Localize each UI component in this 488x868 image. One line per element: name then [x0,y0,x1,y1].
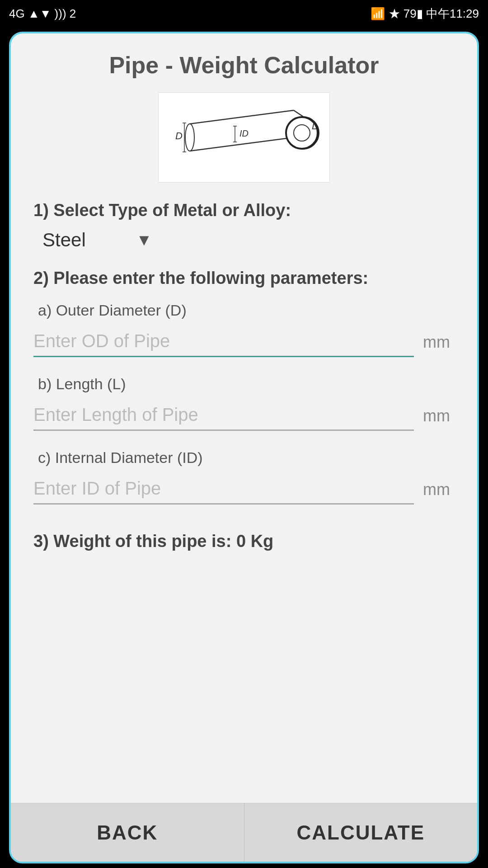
od-unit: mm [423,333,455,357]
section1-label: 1) Select Type of Metal or Alloy: [33,201,455,220]
status-right: 📶 ★ 79▮ 中午11:29 [371,6,479,22]
section2-label: 2) Please enter the following parameters… [33,269,455,288]
svg-line-0 [190,110,294,124]
status-icons: 📶 ★ 79▮ 中午11:29 [371,6,479,22]
status-left: 4G ▲▼ ))) 2 [9,7,76,21]
id-input[interactable] [33,474,414,505]
network-info: 4G ▲▼ ))) 2 [9,7,76,21]
svg-point-8 [294,125,310,141]
app-container: Pipe - Weight Calculator [9,32,479,863]
id-unit: mm [423,480,455,505]
length-param-group: b) Length (L) mm [33,375,455,431]
content-area: Pipe - Weight Calculator [11,33,477,803]
weight-result-label: 3) Weight of this pipe is: 0 Kg [33,532,455,551]
svg-text:ID: ID [239,128,249,138]
back-button[interactable]: BACK [11,803,244,862]
length-input[interactable] [33,400,414,431]
button-row: BACK CALCULATE [11,803,477,862]
dropdown-arrow-icon: ▼ [136,231,152,250]
od-param-group: a) Outer Diameter (D) mm [33,302,455,357]
svg-text:D: D [175,130,183,142]
metal-type-select[interactable]: Steel Aluminum Copper Brass Titanium [42,229,131,250]
calculate-button[interactable]: CALCULATE [244,803,478,862]
svg-point-2 [185,124,194,151]
metal-type-dropdown-row[interactable]: Steel Aluminum Copper Brass Titanium ▼ [42,229,455,250]
page-title: Pipe - Weight Calculator [33,52,455,79]
od-input-row: mm [33,326,455,357]
id-input-row: mm [33,474,455,505]
weight-section: 3) Weight of this pipe is: 0 Kg [33,532,455,551]
svg-line-1 [190,137,294,151]
length-input-row: mm [33,400,455,431]
id-label: c) Internal Diameter (ID) [38,449,455,467]
length-label: b) Length (L) [38,375,455,393]
svg-text:L: L [312,120,317,132]
pipe-diagram: D ID L [158,92,330,183]
id-param-group: c) Internal Diameter (ID) mm [33,449,455,505]
length-unit: mm [423,406,455,431]
pipe-svg: D ID L [163,97,325,178]
od-input[interactable] [33,326,414,357]
od-label: a) Outer Diameter (D) [38,302,455,319]
status-bar: 4G ▲▼ ))) 2 📶 ★ 79▮ 中午11:29 [0,0,488,27]
